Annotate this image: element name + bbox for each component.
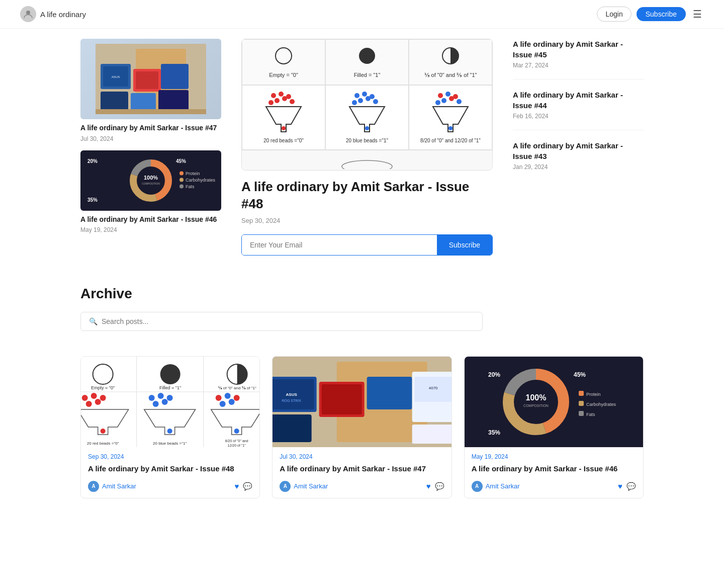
subscribe-form-button[interactable]: Subscribe [437,235,492,255]
archive-title: Archive [80,286,644,302]
archive-card-46-title: A life ordinary by Amit Sarkar - Issue #… [472,463,636,474]
brand-title: A life ordinary [40,10,86,19]
svg-rect-10 [131,93,156,111]
svg-text:45%: 45% [574,371,586,378]
svg-point-59 [100,395,106,401]
archive-card-47[interactable]: ASUS ROG STRIX 4070 Jul 30, 2024 A life … [272,356,451,498]
svg-text:12/20 of "1": 12/20 of "1" [228,444,246,447]
archive-grid: Empty = "0" Filled = "1" ⅓ of "0" and ⅔ … [60,356,664,519]
like-icon-47[interactable]: ♥ [426,482,431,491]
svg-point-20 [359,48,375,64]
svg-rect-11 [158,90,189,110]
svg-point-36 [352,100,357,105]
svg-point-25 [275,98,280,103]
empty-label: Empty = "0" [246,72,321,78]
svg-text:COMPOSITION: COMPOSITION [523,404,549,407]
svg-text:Fats: Fats [586,412,595,417]
middle-content: Empty = "0" Filled = "1" ⅓ of "0" and ⅔ … [241,39,493,256]
bead-third-header: ⅓ of "0" and ⅔ of "1" [409,39,492,85]
nav-brand: A life ordinary [20,6,86,22]
svg-point-43 [457,99,462,104]
svg-point-58 [91,393,97,399]
sidebar-post-47[interactable]: ASUS A life ordinary by Amit Sarkar - Is… [80,39,221,142]
svg-rect-88 [367,377,412,409]
recent-post-44-title: A life ordinary by Amit Sarkar - Issue #… [513,90,644,111]
post-title: A life ordinary by Amit Sarkar - Issue #… [241,179,493,213]
archive-card-46[interactable]: 20% 45% 35% 100% COMPOSITION Protein Car… [464,356,644,498]
bead-red-cell: 20 red beads ="0" [242,85,325,150]
svg-text:ASUS: ASUS [112,75,120,78]
nav-actions: Login Subscribe ☰ [597,6,704,22]
archive-card-48[interactable]: Empty = "0" Filled = "1" ⅓ of "0" and ⅔ … [80,356,260,498]
sidebar-post-47-date: Jul 30, 2024 [80,135,221,142]
comment-icon-46[interactable]: 💬 [626,482,636,491]
recent-post-45-date: Mar 27, 2024 [513,62,644,69]
svg-text:ASUS: ASUS [286,392,298,397]
archive-card-48-meta: Sep 30, 2024 A life ordinary by Amit Sar… [81,447,259,481]
svg-point-57 [82,395,88,401]
author-avatar-48: A [88,481,99,492]
donut-pct-35: 35% [87,197,98,203]
recent-post-45[interactable]: A life ordinary by Amit Sarkar - Issue #… [513,39,644,79]
svg-rect-6 [101,92,128,112]
svg-point-39 [445,92,450,97]
svg-text:COMPOSITION: COMPOSITION [142,182,160,185]
recent-post-43-title: A life ordinary by Amit Sarkar - Issue #… [513,140,644,161]
sidebar-post-46-date: May 19, 2024 [80,226,221,233]
comment-icon-47[interactable]: 💬 [435,482,444,491]
email-input[interactable] [242,235,437,255]
svg-point-65 [158,393,164,399]
author-avatar-46: A [472,481,483,492]
svg-point-74 [220,401,226,407]
bead-empty-header: Empty = "0" [242,39,325,85]
svg-point-37 [365,126,369,130]
archive-card-48-title: A life ordinary by Amit Sarkar - Issue #… [88,463,252,474]
red-label: 20 red beads ="0" [246,138,321,143]
svg-text:Empty = "0": Empty = "0" [91,385,115,390]
comment-icon-48[interactable]: 💬 [243,482,252,491]
right-sidebar: A life ordinary by Amit Sarkar - Issue #… [513,39,644,256]
search-bar: 🔍 [80,312,483,331]
search-input[interactable] [102,317,474,325]
filled-label: Filled = "1" [330,72,404,78]
svg-rect-87 [322,384,362,414]
left-sidebar: ASUS A life ordinary by Amit Sarkar - Is… [80,39,221,256]
like-icon-48[interactable]: ♥ [234,482,239,491]
svg-point-75 [229,399,235,405]
svg-point-46 [342,160,392,169]
menu-icon[interactable]: ☰ [691,6,704,22]
subscribe-button[interactable]: Subscribe [637,7,686,21]
recent-post-44[interactable]: A life ordinary by Amit Sarkar - Issue #… [513,90,644,130]
svg-point-0 [26,11,30,15]
archive-card-47-date: Jul 30, 2024 [280,453,444,460]
svg-rect-9 [161,64,189,89]
third-label: ⅓ of "0" and ⅔ of "1" [413,72,488,78]
post-date: Sep 30, 2024 [241,217,493,224]
svg-point-29 [282,126,286,130]
archive-card-46-meta: May 19, 2024 A life ordinary by Amit Sar… [465,447,643,481]
svg-point-73 [234,395,240,401]
sidebar-post-46[interactable]: 20% 45% 35% 100% COMPOSITION [80,150,221,234]
beads-diagram: Empty = "0" Filled = "1" ⅓ of "0" and ⅔ … [241,39,493,171]
svg-point-66 [167,395,173,401]
svg-point-71 [216,395,222,401]
svg-point-45 [448,126,452,130]
search-icon: 🔍 [89,317,98,325]
svg-point-64 [149,395,155,401]
archive-card-46-author: A Amit Sarkar [472,481,520,492]
svg-point-69 [167,429,172,434]
svg-point-22 [271,93,276,98]
main-container: ASUS A life ordinary by Amit Sarkar - Is… [60,29,664,266]
donut-pct-20: 20% [87,158,98,164]
recent-post-43[interactable]: A life ordinary by Amit Sarkar - Issue #… [513,140,644,181]
svg-text:20%: 20% [488,371,500,378]
svg-point-61 [95,399,101,405]
like-icon-46[interactable]: ♥ [618,482,622,491]
svg-text:100%: 100% [526,393,547,402]
svg-point-33 [358,98,363,103]
svg-point-62 [101,429,106,434]
archive-section: Archive 🔍 [60,266,664,356]
legend-fats: Fats [186,184,195,189]
svg-text:100%: 100% [144,175,158,181]
login-button[interactable]: Login [597,7,631,22]
